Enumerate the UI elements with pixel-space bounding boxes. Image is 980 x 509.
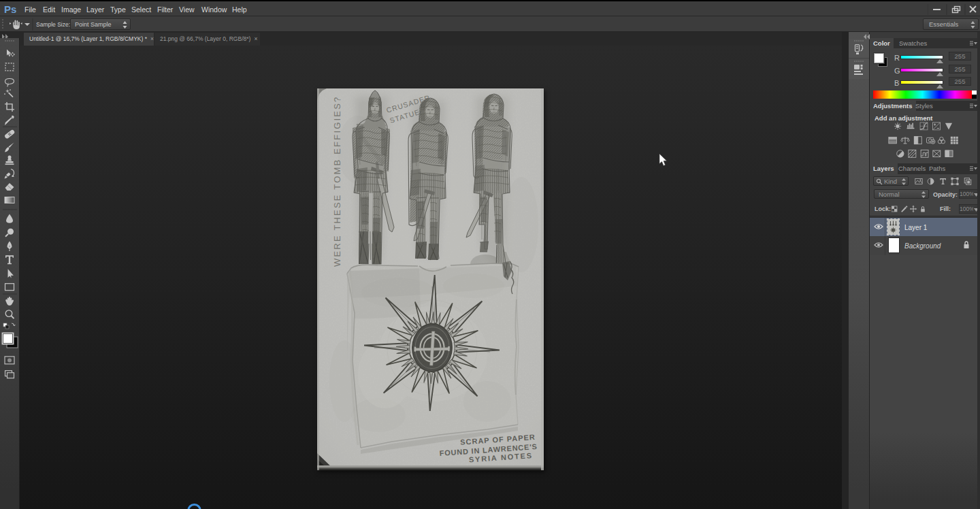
svg-text:Sample Size:: Sample Size: bbox=[36, 21, 70, 28]
